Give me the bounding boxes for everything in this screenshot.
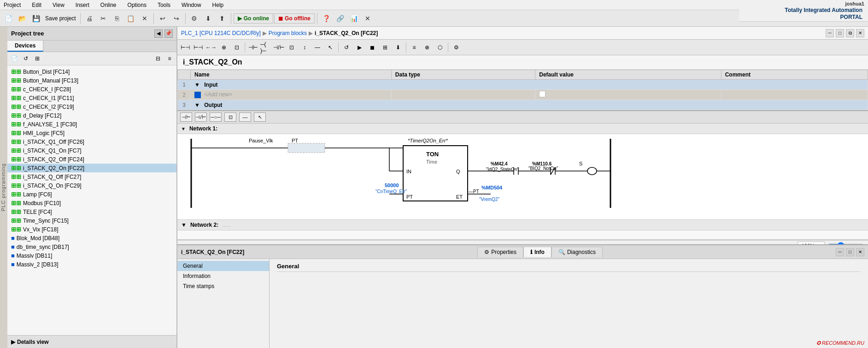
sidebar-expand-btn[interactable]: ⊞ (32, 53, 42, 64)
help-btn[interactable]: ❓ (320, 12, 333, 25)
bottom-nav-information[interactable]: Information (177, 271, 269, 281)
cross-ref-btn[interactable]: ⊗ (421, 41, 433, 53)
block-function-btn[interactable]: ⊡ (231, 41, 243, 53)
ladder-box-btn[interactable]: ⊡ (224, 112, 236, 122)
tree-item-button-manual[interactable]: ⊞⊞ Button_Manual [FC13] (7, 76, 176, 85)
sidebar-refresh-btn[interactable]: ↺ (21, 53, 31, 64)
block-expand-btn[interactable]: ←→ (205, 41, 217, 53)
coil-btn[interactable]: ─( )─ (260, 41, 272, 53)
ladder-ncontact-btn[interactable]: ⊣/⊢ (195, 112, 207, 122)
tab-info[interactable]: ℹ Info (523, 247, 551, 257)
menu-options[interactable]: Options (126, 1, 148, 9)
tree-item-ddelay[interactable]: ⊞⊞ d_Delay [FC12] (7, 111, 176, 120)
breadcrumb-item-blocks[interactable]: Program blocks (269, 30, 307, 36)
contact-btn[interactable]: ⊣⊢ (247, 41, 259, 53)
network-2-collapse-icon[interactable]: ▼ (181, 222, 187, 228)
bottom-nav-general[interactable]: General (177, 261, 269, 271)
compile-btn[interactable]: ⚙ (188, 12, 201, 25)
menu-edit[interactable]: Edit (30, 1, 43, 9)
tab-properties[interactable]: ⚙ Properties (477, 247, 523, 257)
tree-item-timesync[interactable]: ⊞⊞ Time_Sync [FC15] (7, 216, 176, 225)
tree-item-button-dist[interactable]: ⊞⊞ Button_Dist [FC14] (7, 67, 176, 76)
tree-item-lamp[interactable]: ⊞⊞ Lamp [FC6] (7, 190, 176, 199)
tree-item-istack-qon[interactable]: ⊞⊞ i_STACK_Q_On [FC29] (7, 181, 176, 190)
cut-btn[interactable]: ✂ (97, 12, 110, 25)
redo-btn[interactable]: ↪ (170, 12, 183, 25)
sidebar-new-btn[interactable]: 📄 (9, 53, 19, 64)
tree-item-ccheck-i2[interactable]: ⊞⊞ c_CHECK_I2 [FC19] (7, 102, 176, 111)
network-1-collapse-icon[interactable]: ▼ (181, 126, 186, 131)
sidebar-collapse-btn[interactable]: ◀ (154, 29, 163, 38)
ladder-coil-btn[interactable]: ─○─ (210, 112, 222, 122)
go-online-btn[interactable]: ▶ Go online (234, 13, 273, 24)
settings-btn[interactable]: ⚙ (450, 41, 462, 53)
menu-tools[interactable]: Tools (156, 1, 172, 9)
close-btn[interactable]: ✕ (361, 12, 374, 25)
ladder-wire-btn[interactable]: — (239, 112, 251, 122)
breadcrumb-close-btn[interactable]: ✕ (856, 29, 864, 37)
menu-insert[interactable]: Insert (74, 1, 91, 9)
connect-btn[interactable]: — (311, 41, 323, 53)
details-view[interactable]: ▶ Details view (7, 335, 176, 348)
block-open-close-btn[interactable]: ⊢⊣ (179, 41, 191, 53)
sidebar-pin-btn[interactable]: 📌 (164, 29, 173, 38)
tree-item-vxvix[interactable]: ⊞⊞ Vx_Vix [FC18] (7, 225, 176, 234)
block-collapse-btn[interactable]: ⊢⊣ (192, 41, 204, 53)
tree-item-istack-q1on[interactable]: ⊞⊞ i_STACK_Q1_On [FC7] (7, 146, 176, 155)
copy-btn[interactable]: ⎘ (111, 12, 123, 25)
tree-item-istack-qoff[interactable]: ⊞⊞ i_STACK_Q_Off [FC27] (7, 172, 176, 181)
expand-icon[interactable]: ▼ (194, 102, 200, 108)
box-btn[interactable]: ⊡ (286, 41, 298, 53)
open-contact-btn[interactable]: ⊣/⊢ (273, 41, 285, 53)
tab-devices[interactable]: Devices (7, 41, 43, 52)
insert-nop-btn[interactable]: ↺ (340, 41, 352, 53)
breadcrumb-item-plc[interactable]: PLC_1 [CPU 1214C DC/DC/Rly] (181, 30, 261, 36)
undo-btn[interactable]: ↩ (156, 12, 169, 25)
monitor-btn[interactable]: 📊 (347, 12, 360, 25)
tree-item-tele[interactable]: ⊞⊞ TELE [FC4] (7, 207, 176, 216)
go-offline-btn[interactable]: ◼ Go offline (274, 13, 315, 24)
tab-diagnostics[interactable]: 🔍 Diagnostics (551, 247, 603, 257)
breadcrumb-item-current[interactable]: i_STACK_Q2_On [FC22] (315, 30, 378, 36)
bottom-maximize-btn[interactable]: □ (846, 248, 854, 256)
print-btn[interactable]: 🖨 (83, 12, 96, 25)
branch-btn[interactable]: ↕ (299, 41, 311, 53)
topology-btn[interactable]: ⬡ (434, 41, 446, 53)
tree-item-modbus[interactable]: ⊞⊞ Modbus [FC10] (7, 199, 176, 207)
upload-btn[interactable]: ⬆ (216, 12, 229, 25)
network-1-header[interactable]: ▼ Network 1: (177, 124, 868, 134)
tree-item-fanalyse[interactable]: ⊞⊞ f_ANALYSE_1 [FC30] (7, 120, 176, 129)
menu-window[interactable]: Window (180, 1, 203, 9)
tree-item-dbtimesync[interactable]: ■ db_time_sync [DB17] (7, 242, 176, 251)
disconnect-btn[interactable]: ↖ (324, 41, 336, 53)
breadcrumb-restore-btn[interactable]: ⧉ (846, 29, 854, 37)
breadcrumb-maximize-btn[interactable]: □ (836, 29, 844, 37)
save-project-btn[interactable]: 💾 (29, 12, 42, 25)
tree-item-ccheck-i1[interactable]: ⊞⊞ c_CHECK_I1 [FC11] (7, 94, 176, 102)
expand-icon[interactable]: ▼ (194, 82, 200, 88)
tree-item-istack-q2off[interactable]: ⊞⊞ i_STACK_Q2_Off [FC24] (7, 155, 176, 164)
ladder-contact-btn[interactable]: ⊣⊢ (180, 112, 192, 122)
stop-btn[interactable]: ◼ (366, 41, 378, 53)
menu-online[interactable]: Online (99, 1, 118, 9)
block-zoom-btn[interactable]: ⊕ (218, 41, 230, 53)
bottom-close-btn[interactable]: ✕ (856, 248, 864, 256)
save-project-label[interactable]: Save project (43, 14, 78, 23)
tree-item-ccheck-i[interactable]: ⊞⊞ c_CHECK_I [FC28] (7, 85, 176, 94)
bottom-nav-timestamps[interactable]: Time stamps (177, 281, 269, 291)
download-btn[interactable]: ⬇ (202, 12, 215, 25)
menu-help[interactable]: Help (211, 1, 226, 9)
add-new-cell[interactable]: <Add new> (191, 90, 392, 100)
tree-item-massiv2[interactable]: ■ Massiv_2 [DB13] (7, 260, 176, 269)
new-project-btn[interactable]: 📄 (2, 12, 15, 25)
sidebar-list-btn[interactable]: ≡ (164, 53, 175, 64)
breadcrumb-minimize-btn[interactable]: ─ (826, 29, 834, 37)
portal-btn[interactable]: 🔗 (334, 12, 346, 25)
monitor-force-btn[interactable]: ⊞ (379, 41, 391, 53)
bottom-minimize-btn[interactable]: ─ (836, 248, 844, 256)
menu-project[interactable]: Project (2, 1, 23, 9)
ladder-open-btn[interactable]: ↖ (254, 112, 266, 122)
sidebar-grid-btn[interactable]: ⊟ (153, 53, 163, 64)
paste-btn[interactable]: 📋 (124, 12, 137, 25)
tree-item-blokmod[interactable]: ■ Blok_Mod [DB48] (7, 234, 176, 242)
